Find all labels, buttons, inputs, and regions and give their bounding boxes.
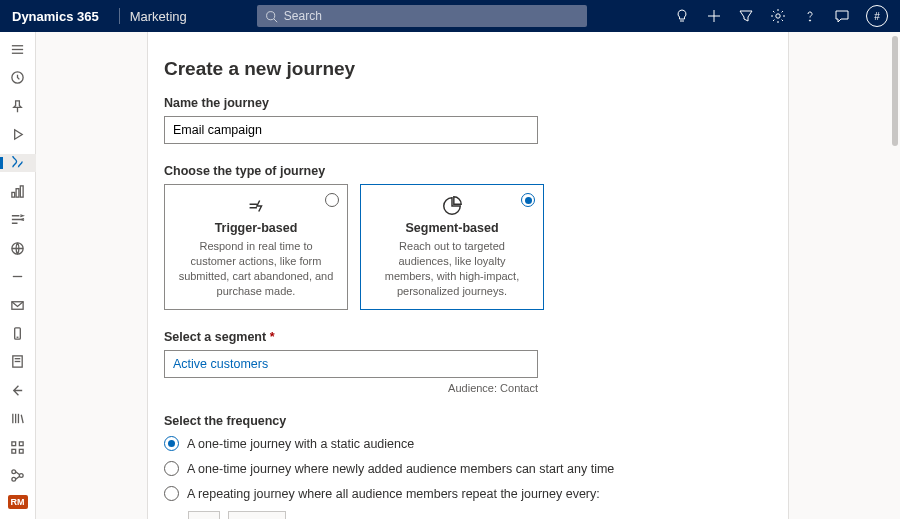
audience-hint: Audience: Contact [164,382,538,394]
brand-divider [119,8,120,24]
svg-rect-10 [12,192,15,197]
rail-menu[interactable] [0,40,36,58]
rail-form[interactable] [0,353,36,371]
svg-line-24 [21,415,23,423]
svg-rect-28 [19,449,23,453]
radio-icon [164,461,179,476]
freq-label: A repeating journey where all audience m… [187,487,600,501]
search-icon [265,10,278,23]
freq-one-time-newly[interactable]: A one-time journey where newly added aud… [164,461,772,476]
frequency-radio-group: A one-time journey with a static audienc… [164,436,772,501]
card-title-trigger: Trigger-based [215,221,298,235]
help-icon[interactable] [802,8,818,24]
svg-rect-12 [20,186,23,197]
chat-icon[interactable] [834,8,850,24]
rail-phone[interactable] [0,324,36,342]
scrollbar[interactable] [892,36,898,146]
svg-rect-27 [12,449,16,453]
pie-icon [441,195,463,217]
radio-icon [164,436,179,451]
rail-recent[interactable] [0,68,36,86]
rail-analytics[interactable] [0,182,36,200]
card-radio-trigger [325,193,339,207]
svg-line-1 [274,18,277,21]
page-title: Create a new journey [164,58,772,80]
rail-apps[interactable] [0,438,36,456]
type-label: Choose the type of journey [164,164,772,178]
card-desc-segment: Reach out to targeted audiences, like lo… [373,239,531,298]
rail-back[interactable] [0,381,36,399]
rail-divider [0,267,36,285]
svg-rect-25 [12,441,16,445]
repeat-number-input[interactable] [188,511,220,519]
card-title-segment: Segment-based [405,221,498,235]
brand: Dynamics 365 [12,9,99,24]
svg-point-0 [266,11,274,19]
svg-point-31 [12,477,16,481]
rail-journeys[interactable] [0,154,36,172]
global-search[interactable] [257,5,587,27]
avatar[interactable]: # [866,5,888,27]
gear-icon[interactable] [770,8,786,24]
freq-one-time-static[interactable]: A one-time journey with a static audienc… [164,436,772,451]
rail-pinned[interactable] [0,97,36,115]
card-trigger-based[interactable]: Trigger-based Respond in real time to cu… [164,184,348,310]
freq-label: A one-time journey where newly added aud… [187,462,614,476]
svg-point-30 [19,474,23,478]
card-segment-based[interactable]: Segment-based Reach out to targeted audi… [360,184,544,310]
module-name: Marketing [130,9,187,24]
frequency-label: Select the frequency [164,414,772,428]
rail-play[interactable] [0,125,36,143]
svg-point-4 [776,14,780,18]
rail-flow[interactable] [0,211,36,229]
create-journey-panel: Create a new journey Name the journey Ch… [147,32,789,519]
segment-label: Select a segment * [164,330,772,344]
journey-name-input[interactable] [164,116,538,144]
svg-point-29 [12,470,16,474]
top-nav: Dynamics 365 Marketing # [0,0,900,32]
main-area: Create a new journey Name the journey Ch… [36,32,900,519]
svg-rect-26 [19,441,23,445]
filter-icon[interactable] [738,8,754,24]
card-radio-segment [521,193,535,207]
radio-icon [164,486,179,501]
repeat-unit-select[interactable]: days [228,511,286,519]
segment-input[interactable] [164,350,538,378]
card-desc-trigger: Respond in real time to customer actions… [177,239,335,298]
svg-point-5 [809,20,810,21]
rail-connect[interactable] [0,466,36,484]
rail-library[interactable] [0,409,36,427]
repeat-controls: days [188,511,772,519]
search-input[interactable] [284,9,579,23]
lightbulb-icon[interactable] [674,8,690,24]
freq-label: A one-time journey with a static audienc… [187,437,414,451]
svg-rect-11 [16,189,19,197]
top-actions: # [674,5,888,27]
rail-persona-badge[interactable]: RM [8,495,28,509]
name-label: Name the journey [164,96,772,110]
freq-repeating[interactable]: A repeating journey where all audience m… [164,486,772,501]
lightning-icon [245,195,267,217]
rail-globe[interactable] [0,239,36,257]
left-rail: RM [0,32,36,519]
add-icon[interactable] [706,8,722,24]
rail-mail[interactable] [0,296,36,314]
